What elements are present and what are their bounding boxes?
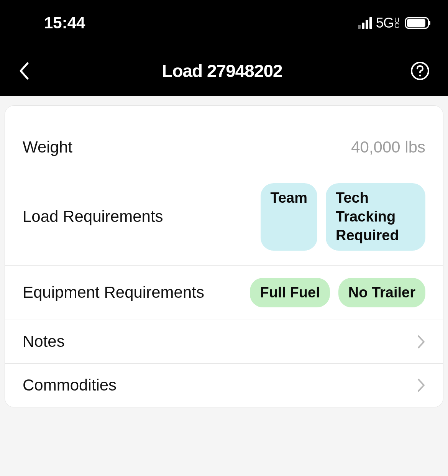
commodities-label: Commodities [23,374,117,396]
chevron-right-icon [417,335,425,349]
help-button[interactable] [410,61,430,80]
equipment-requirements-label: Equipment Requirements [23,282,204,304]
battery-icon [405,17,429,29]
load-requirements-label: Load Requirements [23,206,163,228]
status-time: 15:44 [44,14,85,32]
svg-point-1 [419,75,421,77]
page-title: Load 27948202 [162,61,282,81]
status-bar: 15:44 5G U C [0,0,448,46]
equipment-requirements-tags: Full Fuel No Trailer [250,278,425,307]
tag-tech-tracking: Tech Tracking Required [326,183,425,251]
chevron-right-icon [417,378,425,392]
load-requirements-row: Load Requirements Team Tech Tracking Req… [5,170,443,266]
back-button[interactable] [18,62,34,80]
content-area: Weight 40,000 lbs Load Requirements Team… [0,96,448,412]
status-indicators: 5G U C [358,15,429,31]
weight-value: 40,000 lbs [351,138,425,156]
load-requirements-tags: Team Tech Tracking Required [261,183,425,251]
weight-row: Weight 40,000 lbs [5,106,443,170]
tag-no-trailer: No Trailer [338,278,425,307]
equipment-requirements-row: Equipment Requirements Full Fuel No Trai… [5,266,443,320]
question-circle-icon [410,61,430,80]
notes-label: Notes [23,331,65,353]
weight-label: Weight [23,136,72,158]
load-details-card: Weight 40,000 lbs Load Requirements Team… [5,105,443,407]
tag-team: Team [261,183,317,251]
navigation-bar: Load 27948202 [0,46,448,96]
network-type: 5G U C [376,15,399,31]
cellular-signal-icon [358,17,372,29]
tag-full-fuel: Full Fuel [250,278,330,307]
chevron-left-icon [18,62,29,80]
commodities-row[interactable]: Commodities [5,364,443,407]
notes-row[interactable]: Notes [5,320,443,364]
